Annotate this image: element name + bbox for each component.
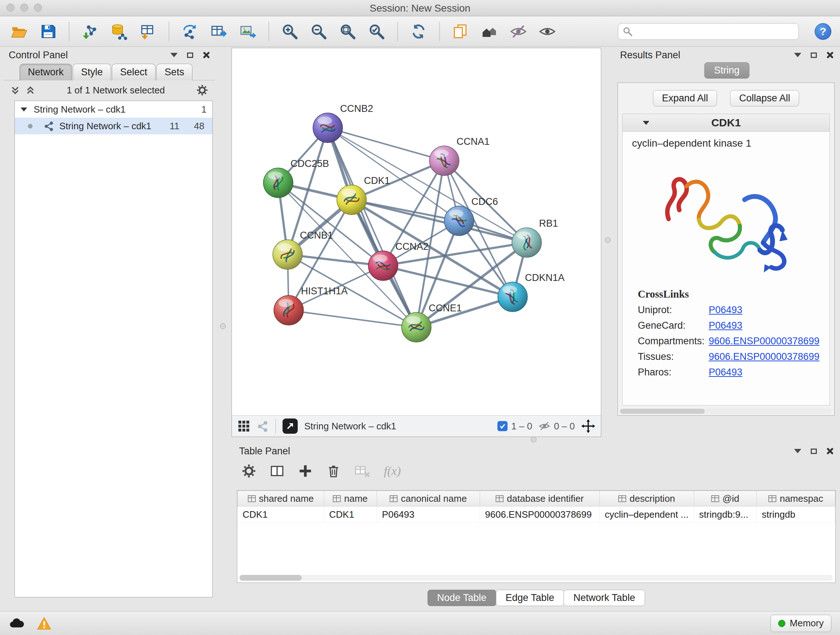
network-node-ccnb2[interactable] — [313, 113, 343, 143]
zoom-in-button[interactable] — [279, 21, 300, 42]
cloud-status-icon[interactable] — [9, 617, 25, 630]
column-header--id[interactable]: @id — [694, 491, 756, 507]
collapse-all-button[interactable]: Collapse All — [730, 90, 799, 106]
gene-section-header[interactable]: CDK1 — [622, 114, 829, 132]
panel-float-icon[interactable] — [811, 448, 817, 454]
network-edge[interactable] — [328, 128, 444, 161]
string-tab[interactable]: String — [704, 62, 750, 79]
network-node-cdkn1a[interactable] — [498, 282, 527, 312]
column-icon — [496, 495, 504, 502]
export-table-button[interactable] — [208, 21, 229, 42]
expand-all-button[interactable]: Expand All — [653, 90, 717, 106]
panel-float-icon[interactable] — [187, 52, 193, 58]
network-canvas[interactable]: CCNB2CCNA1CDC25BCDK1CDC6RB1CCNB1CCNA2CDK… — [232, 48, 601, 415]
results-panel-title: Results Panel — [620, 50, 681, 61]
collapse-all-icon[interactable] — [10, 85, 20, 95]
panel-float-icon[interactable] — [811, 52, 817, 58]
crosslink-link[interactable]: P06493 — [709, 320, 742, 331]
network-node-ccne1[interactable] — [401, 312, 431, 342]
left-splitter-handle[interactable] — [220, 323, 226, 329]
zoom-out-button[interactable] — [308, 21, 329, 42]
help-button[interactable]: ? — [815, 23, 831, 40]
column-header-description[interactable]: description — [600, 491, 694, 507]
edge-table-tab[interactable]: Edge Table — [496, 590, 564, 606]
network-node-cdc6[interactable] — [444, 206, 474, 236]
copy-document-button[interactable] — [450, 21, 471, 42]
node-label-hist1h1a: HIST1H1A — [301, 286, 347, 296]
network-options-gear-icon[interactable] — [196, 84, 208, 96]
network-node-hist1h1a[interactable] — [274, 295, 303, 325]
network-edge[interactable] — [328, 128, 527, 242]
right-splitter-handle[interactable] — [605, 237, 611, 243]
panel-menu-icon[interactable] — [794, 449, 801, 453]
memory-button[interactable]: Memory — [771, 615, 831, 632]
new-network-button[interactable] — [180, 21, 201, 42]
crosslink-link[interactable]: 9606.ENSP00000378699 — [709, 351, 819, 363]
panel-menu-icon[interactable] — [794, 53, 801, 57]
table-horizontal-scrollbar[interactable] — [240, 575, 833, 581]
apply-layout-button[interactable] — [408, 21, 429, 42]
save-session-button[interactable] — [38, 21, 58, 42]
panel-close-icon[interactable] — [202, 51, 210, 59]
zoom-fit-button[interactable] — [337, 21, 358, 42]
export-image-button[interactable] — [237, 21, 258, 42]
network-node-ccna1[interactable] — [429, 146, 459, 176]
home-overview-button[interactable] — [479, 21, 500, 42]
show-annotations-button[interactable] — [537, 21, 558, 42]
bottom-splitter-handle[interactable] — [531, 437, 537, 442]
scrollbar-thumb[interactable] — [620, 409, 705, 414]
network-node-ccna2[interactable] — [368, 251, 398, 280]
node-table-tab[interactable]: Node Table — [427, 590, 496, 606]
results-horizontal-scrollbar[interactable] — [620, 409, 832, 414]
import-network-database-button[interactable] — [109, 21, 129, 42]
import-table-button[interactable] — [137, 21, 158, 42]
crosslink-link[interactable]: P06493 — [709, 304, 742, 316]
network-node-cdk1[interactable] — [337, 185, 366, 215]
add-column-icon[interactable] — [298, 463, 313, 478]
toolbar-separator — [169, 22, 169, 41]
pan-crosshair-icon[interactable] — [581, 419, 595, 433]
crosslink-link[interactable]: 9606.ENSP00000378699 — [709, 336, 819, 347]
selected-checkbox-icon[interactable] — [497, 421, 508, 431]
network-edge[interactable] — [289, 310, 416, 327]
network-row[interactable]: String Network – cdk1 11 48 — [15, 118, 212, 134]
tab-network[interactable]: Network — [19, 64, 72, 80]
column-header-namespac[interactable]: namespac — [756, 491, 835, 507]
hide-annotations-button[interactable] — [508, 21, 529, 42]
panel-menu-icon[interactable] — [171, 53, 178, 57]
network-node-rb1[interactable] — [512, 228, 542, 257]
show-columns-icon[interactable] — [270, 463, 285, 478]
scrollbar-thumb[interactable] — [240, 575, 302, 581]
tab-style[interactable]: Style — [73, 64, 111, 80]
network-table-tab[interactable]: Network Table — [564, 590, 645, 606]
column-header-database-identifier[interactable]: database identifier — [480, 491, 600, 507]
column-header-shared-name[interactable]: shared name — [238, 491, 324, 507]
column-header-name[interactable]: name — [324, 491, 377, 507]
tab-sets[interactable]: Sets — [156, 64, 193, 80]
tab-select[interactable]: Select — [112, 64, 156, 80]
network-node-cdc25b[interactable] — [264, 168, 293, 198]
network-collection-row[interactable]: String Network – cdk1 1 — [15, 101, 212, 118]
export-image-icon — [239, 23, 256, 40]
table-row[interactable]: CDK1CDK1P064939606.ENSP00000378699cyclin… — [238, 507, 835, 523]
panel-close-icon[interactable] — [826, 448, 834, 455]
import-network-file-button[interactable] — [80, 21, 101, 42]
delete-table-icon-disabled — [354, 463, 371, 478]
share-view-icon[interactable] — [256, 420, 269, 432]
crosslink-link[interactable]: P06493 — [709, 367, 742, 378]
network-edge[interactable] — [328, 128, 416, 327]
gene-disclosure-icon[interactable] — [643, 121, 649, 125]
grid-view-icon[interactable] — [238, 420, 250, 432]
external-link-button[interactable] — [283, 418, 298, 434]
open-session-button[interactable] — [9, 21, 30, 42]
warning-icon[interactable] — [37, 617, 51, 630]
network-node-ccnb1[interactable] — [273, 240, 302, 269]
table-options-gear-icon[interactable] — [241, 463, 256, 478]
zoom-selected-button[interactable] — [366, 21, 387, 42]
expand-all-icon[interactable] — [25, 85, 35, 95]
column-header-canonical-name[interactable]: canonical name — [377, 491, 480, 507]
collection-disclosure-icon[interactable] — [21, 108, 27, 111]
panel-close-icon[interactable] — [826, 51, 834, 59]
search-input[interactable] — [636, 25, 794, 37]
delete-column-icon[interactable] — [326, 463, 341, 478]
